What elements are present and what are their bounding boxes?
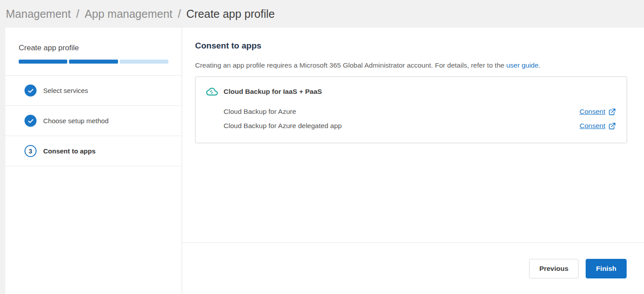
wizard-step-label: Choose setup method [43, 117, 109, 125]
breadcrumb-item-management[interactable]: Management [6, 8, 71, 20]
page-title: Consent to apps [195, 41, 627, 51]
app-name: Cloud Backup for Azure delegated app [224, 122, 342, 130]
wizard-progress-bar [19, 60, 168, 64]
consent-link[interactable]: Consent [579, 108, 616, 116]
cloud-sync-icon [206, 86, 218, 97]
description-suffix: . [538, 61, 540, 69]
external-link-icon [608, 122, 616, 130]
description-prefix: Creating an app profile requires a Micro… [195, 61, 506, 69]
check-icon [24, 115, 37, 127]
progress-segment-2 [69, 60, 118, 64]
breadcrumb: Management / App management / Create app… [0, 0, 644, 28]
description-text: Creating an app profile requires a Micro… [195, 61, 627, 69]
main-area: Create app profile Select services Choos… [0, 28, 644, 294]
wizard-step-consent-to-apps[interactable]: 3 Consent to apps [5, 136, 182, 166]
progress-segment-1 [19, 60, 67, 64]
wizard-sidebar: Create app profile Select services Choos… [5, 28, 182, 294]
consent-row: Cloud Backup for Azure delegated app Con… [206, 119, 616, 133]
check-icon [24, 85, 37, 97]
consent-row: Cloud Backup for Azure Consent [206, 105, 616, 119]
finish-button[interactable]: Finish [586, 259, 627, 278]
wizard-step-choose-setup-method[interactable]: Choose setup method [5, 106, 182, 136]
consent-card: Cloud Backup for IaaS + PaaS Cloud Backu… [195, 77, 627, 143]
app-name: Cloud Backup for Azure [224, 108, 296, 116]
previous-button[interactable]: Previous [529, 259, 579, 278]
wizard-step-select-services[interactable]: Select services [5, 76, 182, 106]
card-title-row: Cloud Backup for IaaS + PaaS [206, 86, 616, 97]
wizard-footer: Previous Finish [182, 242, 644, 294]
breadcrumb-item-app-management[interactable]: App management [85, 8, 172, 20]
wizard-header: Create app profile [5, 28, 182, 76]
wizard-title: Create app profile [19, 44, 168, 52]
external-link-icon [608, 108, 616, 116]
consent-link-label: Consent [579, 122, 605, 130]
user-guide-link[interactable]: user guide [506, 61, 538, 69]
left-gutter [0, 28, 5, 294]
breadcrumb-separator: / [178, 8, 181, 20]
consent-link[interactable]: Consent [579, 122, 616, 130]
content-panel: Consent to apps Creating an app profile … [182, 28, 644, 294]
wizard-step-label: Consent to apps [43, 147, 96, 155]
step-number-badge: 3 [24, 145, 37, 157]
consent-link-label: Consent [579, 108, 605, 116]
breadcrumb-item-create-app-profile: Create app profile [186, 8, 275, 20]
progress-segment-3 [120, 60, 168, 64]
wizard-step-label: Select services [43, 87, 88, 94]
content-body: Consent to apps Creating an app profile … [182, 28, 644, 242]
breadcrumb-separator: / [76, 8, 79, 20]
card-title: Cloud Backup for IaaS + PaaS [224, 88, 322, 96]
